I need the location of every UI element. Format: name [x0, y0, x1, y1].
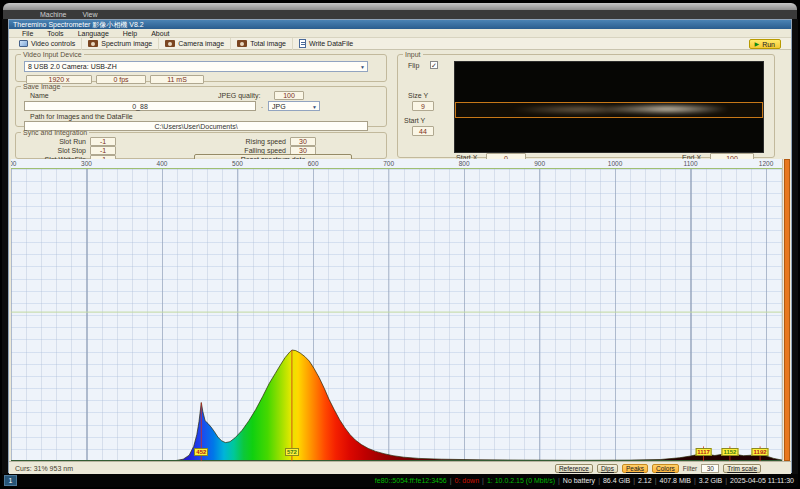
toolbar-button-spectrum-image[interactable]: Spectrum image — [82, 38, 159, 50]
chevron-down-icon: ▼ — [312, 102, 317, 112]
peaks-button[interactable]: Peaks — [622, 464, 648, 473]
status-separator: | — [555, 477, 563, 484]
sync-integration-group: Sync and Integration Slot Run -1 Slot St… — [15, 129, 387, 159]
document-icon — [299, 39, 306, 48]
status-segment: fe80::5054:ff:fe12:3456 — [375, 477, 447, 484]
flip-checkbox[interactable]: ✓ — [430, 61, 438, 69]
size-y-label: Size Y — [408, 92, 428, 99]
toolbar-button-write-datafile[interactable]: Write DataFile — [293, 38, 359, 50]
app-window: Theremino Spectrometer 影像小相機 V8.2 File T… — [8, 19, 792, 473]
bottom-controls: Reference Dips Peaks Colors Filter 30 Tr… — [555, 463, 761, 474]
camera-icon — [88, 40, 98, 47]
status-separator: | — [479, 477, 487, 484]
input-group: Input Flip ✓ Size Y 9 Start Y 44 Start X… — [397, 51, 775, 158]
status-separator: | — [722, 477, 730, 484]
slot-run-value[interactable]: -1 — [90, 137, 116, 146]
chart-scrollbar[interactable] — [782, 159, 790, 461]
axis-tick-label: 1200 — [754, 160, 778, 167]
status-separator: | — [630, 477, 638, 484]
format-select[interactable]: JPG ▼ — [268, 101, 320, 111]
start-y-label: Start Y — [404, 117, 425, 124]
capture-selection-rect[interactable] — [455, 102, 763, 118]
peak-wavelength-label: 1152 — [721, 448, 738, 456]
jpeg-quality-label: JPEG quality: — [218, 92, 260, 99]
axis-tick-label: 600 — [301, 160, 325, 167]
chevron-down-icon: ▼ — [360, 62, 365, 72]
toolbar-label: Spectrum image — [101, 40, 152, 47]
status-separator: | — [595, 477, 603, 484]
workspace-badge[interactable]: 1 — [4, 475, 17, 486]
filename-input[interactable]: 0_88 — [24, 101, 256, 111]
filter-label: Filter — [683, 465, 697, 472]
dot-label: . — [261, 102, 263, 109]
spectrum-plot[interactable]: 452572111711521192 — [11, 169, 782, 461]
status-segment: 407.8 MiB — [659, 477, 691, 484]
status-separator: | — [447, 477, 455, 484]
app-titlebar[interactable]: Theremino Spectrometer 影像小相機 V8.2 — [9, 20, 791, 29]
menu-item-help[interactable]: Help — [116, 29, 144, 37]
device-select-value: 8 USB 2.0 Camera: USB-ZH — [28, 63, 117, 70]
wavelength-axis: 200300400500600700800900100011001200 — [11, 159, 782, 169]
status-segment: 3.2 GiB — [699, 477, 722, 484]
screen: Machine View Theremino Spectrometer 影像小相… — [0, 0, 800, 489]
vm-titlebar — [3, 3, 797, 10]
dips-button[interactable]: Dips — [597, 464, 618, 473]
axis-tick-label: 900 — [528, 160, 552, 167]
toolbar-button-video-controls[interactable]: Video controls — [13, 38, 82, 50]
desktop: Theremino Spectrometer 影像小相機 V8.2 File T… — [2, 19, 798, 474]
app-toolbar: Video controls Spectrum image Camera ima… — [9, 38, 791, 50]
axis-tick-label: 400 — [150, 160, 174, 167]
controls-area: Video Input Device 8 USB 2.0 Camera: USB… — [9, 50, 791, 159]
app-title: Theremino Spectrometer 影像小相機 V8.2 — [13, 21, 144, 28]
toolbar-label: Total image — [250, 40, 286, 47]
filter-input[interactable]: 30 — [701, 464, 719, 473]
save-image-group: Save Image Name JPEG quality: 100 0_88 .… — [15, 83, 387, 127]
status-separator: | — [691, 477, 699, 484]
peak-wavelength-label: 572 — [285, 448, 299, 456]
axis-tick-label: 800 — [452, 160, 476, 167]
rising-speed-value[interactable]: 30 — [290, 137, 316, 146]
toolbar-label: Camera image — [178, 40, 224, 47]
flip-label: Flip — [408, 62, 419, 69]
bottom-strip: Curs: 31% 953 nm Reference Dips Peaks Co… — [9, 461, 791, 474]
menu-item-language[interactable]: Language — [71, 29, 116, 37]
axis-tick-label: 500 — [226, 160, 250, 167]
status-segment: 1: 10.0.2.15 (0 Mbit/s) — [487, 477, 555, 484]
status-segment: 86.4 GiB — [603, 477, 630, 484]
start-y-value[interactable]: 44 — [412, 126, 434, 136]
vm-menubar: Machine View — [3, 10, 797, 19]
name-label: Name — [30, 92, 49, 99]
rising-speed-label: Rising speed — [206, 138, 286, 145]
toolbar-button-camera-image[interactable]: Camera image — [159, 38, 231, 50]
system-status-text: fe80::5054:ff:fe12:3456|0: down|1: 10.0.… — [375, 474, 794, 487]
falling-speed-label: Falling speed — [206, 147, 286, 154]
jpeg-quality-value[interactable]: 100 — [274, 91, 304, 100]
slot-stop-value[interactable]: -1 — [90, 146, 116, 155]
status-segment: 0: down — [455, 477, 480, 484]
menu-item-tools[interactable]: Tools — [40, 29, 70, 37]
axis-tick-label: 1100 — [679, 160, 703, 167]
status-bar: 1 fe80::5054:ff:fe12:3456|0: down|1: 10.… — [2, 474, 798, 487]
peak-wavelength-label: 452 — [194, 448, 208, 456]
status-segment: 2.12 — [638, 477, 652, 484]
menu-item-file[interactable]: File — [15, 29, 40, 37]
colors-button[interactable]: Colors — [652, 464, 679, 473]
format-select-value: JPG — [272, 103, 286, 110]
reference-button[interactable]: Reference — [555, 464, 593, 473]
input-legend: Input — [403, 51, 423, 58]
menu-item-about[interactable]: About — [144, 29, 176, 37]
trim-scale-button[interactable]: Trim scale — [723, 464, 761, 473]
toolbar-label: Video controls — [31, 40, 75, 47]
toolbar-button-total-image[interactable]: Total image — [231, 38, 293, 50]
scrollbar-thumb[interactable] — [784, 159, 790, 461]
run-button[interactable]: ▶ Run — [749, 39, 781, 49]
device-select[interactable]: 8 USB 2.0 Camera: USB-ZH ▼ — [24, 61, 368, 72]
camera-preview[interactable] — [454, 61, 764, 153]
vm-menu-view[interactable]: View — [75, 10, 104, 19]
vm-menu-machine[interactable]: Machine — [33, 10, 73, 19]
size-y-value[interactable]: 9 — [412, 101, 434, 111]
path-label: Path for Images and the DataFile — [30, 113, 133, 120]
axis-tick-label: 700 — [377, 160, 401, 167]
toolbar-label: Write DataFile — [309, 40, 353, 47]
camera-icon — [237, 40, 247, 47]
